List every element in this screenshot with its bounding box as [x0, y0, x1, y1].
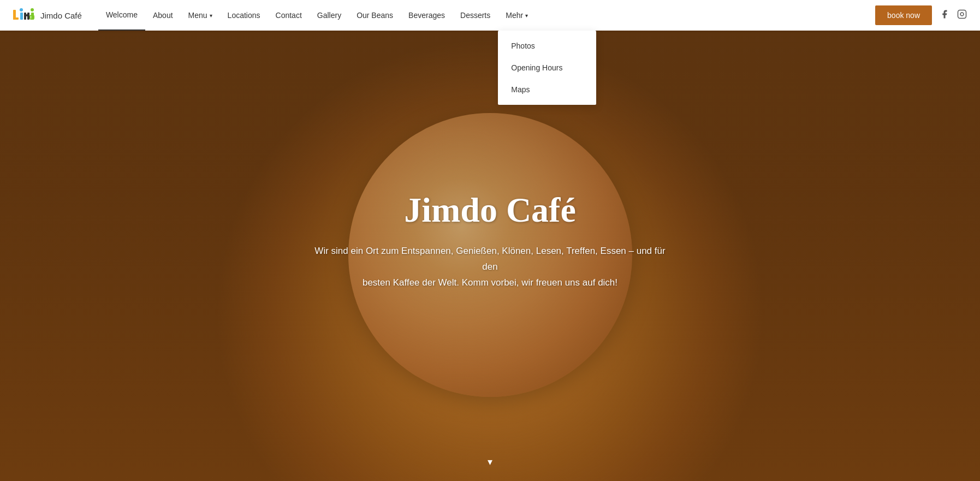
nav-contact[interactable]: Contact — [268, 0, 310, 31]
nav-mehr-wrapper: Mehr ▾ Photos Opening Hours Maps — [498, 0, 536, 31]
nav-gallery[interactable]: Gallery — [310, 0, 349, 31]
mehr-dropdown: Photos Opening Hours Maps — [498, 31, 596, 105]
svg-rect-1 — [13, 17, 19, 20]
nav-welcome[interactable]: Welcome — [98, 0, 145, 31]
nav-right: book now — [875, 5, 967, 25]
mehr-chevron-icon: ▾ — [525, 13, 528, 19]
svg-rect-10 — [958, 10, 966, 18]
svg-point-7 — [31, 8, 34, 11]
nav-locations[interactable]: Locations — [220, 0, 268, 31]
dropdown-opening-hours[interactable]: Opening Hours — [498, 57, 596, 79]
nav-menu[interactable]: Menu ▾ — [181, 0, 220, 31]
logo-svg — [13, 8, 35, 23]
nav-mehr[interactable]: Mehr ▾ — [498, 0, 536, 31]
menu-chevron-icon: ▾ — [210, 13, 212, 19]
svg-rect-6 — [26, 14, 29, 16]
svg-point-2 — [20, 8, 23, 11]
instagram-icon[interactable] — [957, 9, 967, 22]
svg-rect-3 — [20, 13, 23, 20]
jimdo-logo-icon — [13, 8, 35, 23]
scroll-indicator[interactable]: ▾ — [488, 456, 492, 468]
hero-content: Jimdo Café Wir sind ein Ort zum Entspann… — [299, 190, 681, 291]
nav-about[interactable]: About — [145, 0, 181, 31]
nav-links: Welcome About Menu ▾ Locations Contact G… — [98, 0, 875, 31]
svg-rect-4 — [24, 13, 26, 20]
nav-our-beans[interactable]: Our Beans — [349, 0, 401, 31]
book-now-button[interactable]: book now — [875, 5, 932, 25]
hero-section: Jimdo Café Wir sind ein Ort zum Entspann… — [0, 0, 980, 481]
navbar: Jimdo Café Welcome About Menu ▾ Location… — [0, 0, 980, 31]
brand-name: Jimdo Café — [40, 11, 82, 20]
nav-beverages[interactable]: Beverages — [401, 0, 453, 31]
facebook-icon[interactable] — [940, 9, 949, 22]
dropdown-photos[interactable]: Photos — [498, 35, 596, 57]
hero-subtitle: Wir sind ein Ort zum Entspannen, Genieße… — [310, 244, 670, 291]
nav-desserts[interactable]: Desserts — [453, 0, 498, 31]
logo-wrapper[interactable]: Jimdo Café — [13, 8, 82, 23]
dropdown-maps[interactable]: Maps — [498, 79, 596, 100]
hero-title: Jimdo Café — [310, 190, 670, 230]
